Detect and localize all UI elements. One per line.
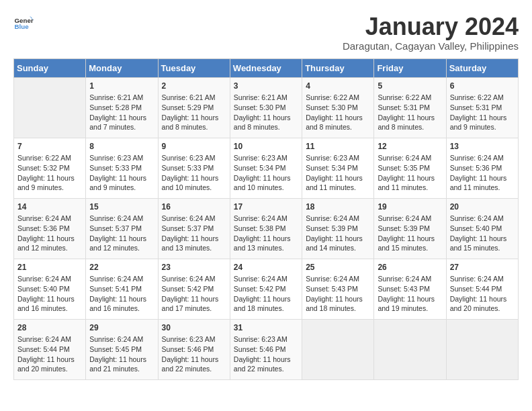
day-info: Daylight: 11 hours xyxy=(89,113,154,123)
day-number: 10 xyxy=(234,141,298,152)
day-info: Daylight: 11 hours xyxy=(234,294,298,304)
day-number: 6 xyxy=(450,81,515,92)
day-number: 9 xyxy=(162,141,226,152)
weekday-header-friday: Friday xyxy=(374,58,446,77)
weekday-header-saturday: Saturday xyxy=(446,58,518,77)
day-info: and 17 minutes. xyxy=(162,304,226,314)
day-info: Sunset: 5:36 PM xyxy=(450,163,515,173)
day-info: Sunrise: 6:24 AM xyxy=(17,214,82,224)
day-info: Sunset: 5:40 PM xyxy=(450,224,515,234)
day-info: Sunset: 5:41 PM xyxy=(89,284,154,294)
calendar-cell: 2Sunrise: 6:21 AMSunset: 5:29 PMDaylight… xyxy=(158,77,230,138)
day-info: Daylight: 11 hours xyxy=(89,355,154,365)
day-info: and 15 minutes. xyxy=(378,243,442,253)
day-number: 12 xyxy=(378,141,442,152)
day-info: and 8 minutes. xyxy=(378,122,442,132)
svg-text:Blue: Blue xyxy=(15,23,30,30)
day-number: 7 xyxy=(17,141,82,152)
calendar-week-row: 7Sunrise: 6:22 AMSunset: 5:32 PMDaylight… xyxy=(14,138,519,198)
calendar-cell: 8Sunrise: 6:23 AMSunset: 5:33 PMDaylight… xyxy=(86,138,158,198)
calendar-cell: 5Sunrise: 6:22 AMSunset: 5:31 PMDaylight… xyxy=(374,77,446,138)
day-info: Daylight: 11 hours xyxy=(378,113,442,123)
day-info: Daylight: 11 hours xyxy=(89,294,154,304)
day-info: and 18 minutes. xyxy=(306,304,370,314)
day-info: Sunrise: 6:22 AM xyxy=(306,93,370,103)
day-info: and 13 minutes. xyxy=(234,243,298,253)
day-number: 28 xyxy=(17,322,82,334)
calendar-cell: 30Sunrise: 6:23 AMSunset: 5:46 PMDayligh… xyxy=(158,319,230,379)
day-info: Sunset: 5:31 PM xyxy=(378,103,442,113)
calendar-week-row: 21Sunrise: 6:24 AMSunset: 5:40 PMDayligh… xyxy=(14,259,519,319)
calendar-cell: 26Sunrise: 6:24 AMSunset: 5:43 PMDayligh… xyxy=(374,259,446,319)
day-info: and 16 minutes. xyxy=(17,304,82,314)
calendar-cell: 15Sunrise: 6:24 AMSunset: 5:37 PMDayligh… xyxy=(86,198,158,259)
calendar-cell: 17Sunrise: 6:24 AMSunset: 5:38 PMDayligh… xyxy=(230,198,302,259)
day-info: and 7 minutes. xyxy=(89,122,154,132)
day-info: Sunset: 5:36 PM xyxy=(17,224,82,234)
day-info: Sunrise: 6:24 AM xyxy=(89,274,154,284)
calendar-cell xyxy=(446,319,518,379)
day-number: 23 xyxy=(162,262,226,273)
calendar-cell xyxy=(374,319,446,379)
day-info: Sunrise: 6:24 AM xyxy=(162,214,226,224)
calendar-cell: 11Sunrise: 6:23 AMSunset: 5:34 PMDayligh… xyxy=(302,138,374,198)
calendar-cell: 6Sunrise: 6:22 AMSunset: 5:31 PMDaylight… xyxy=(446,77,518,138)
calendar-cell: 27Sunrise: 6:24 AMSunset: 5:44 PMDayligh… xyxy=(446,259,518,319)
day-info: Sunset: 5:43 PM xyxy=(378,284,442,294)
day-info: Daylight: 11 hours xyxy=(450,173,515,183)
day-info: Sunrise: 6:21 AM xyxy=(162,93,226,103)
day-info: Sunrise: 6:24 AM xyxy=(234,214,298,224)
page-header: General Blue January 2024 Daragutan, Cag… xyxy=(13,13,519,52)
day-info: Sunrise: 6:24 AM xyxy=(450,153,515,163)
calendar-cell: 4Sunrise: 6:22 AMSunset: 5:30 PMDaylight… xyxy=(302,77,374,138)
calendar-cell: 24Sunrise: 6:24 AMSunset: 5:42 PMDayligh… xyxy=(230,259,302,319)
day-info: Sunset: 5:44 PM xyxy=(17,345,82,355)
day-info: Sunset: 5:34 PM xyxy=(306,163,370,173)
day-number: 19 xyxy=(378,201,442,213)
day-info: and 8 minutes. xyxy=(162,122,226,132)
day-info: and 16 minutes. xyxy=(89,304,154,314)
day-info: Sunrise: 6:24 AM xyxy=(306,214,370,224)
day-info: and 12 minutes. xyxy=(89,243,154,253)
day-info: Daylight: 11 hours xyxy=(89,234,154,244)
day-info: Sunrise: 6:24 AM xyxy=(450,214,515,224)
day-info: Sunrise: 6:22 AM xyxy=(378,93,442,103)
day-info: Sunset: 5:33 PM xyxy=(162,163,226,173)
day-info: Daylight: 11 hours xyxy=(17,173,82,183)
day-info: Sunset: 5:39 PM xyxy=(306,224,370,234)
calendar-cell: 3Sunrise: 6:21 AMSunset: 5:30 PMDaylight… xyxy=(230,77,302,138)
day-info: and 9 minutes. xyxy=(89,183,154,193)
day-number: 4 xyxy=(306,81,370,92)
day-number: 3 xyxy=(234,81,298,92)
day-info: Sunset: 5:44 PM xyxy=(450,284,515,294)
day-info: Sunrise: 6:24 AM xyxy=(17,334,82,345)
day-info: Daylight: 11 hours xyxy=(17,355,82,365)
day-info: Sunrise: 6:24 AM xyxy=(89,214,154,224)
day-number: 16 xyxy=(162,201,226,213)
calendar-cell: 22Sunrise: 6:24 AMSunset: 5:41 PMDayligh… xyxy=(86,259,158,319)
day-info: Sunrise: 6:23 AM xyxy=(234,334,298,345)
day-number: 14 xyxy=(17,201,82,213)
day-info: and 9 minutes. xyxy=(450,122,515,132)
calendar-cell: 13Sunrise: 6:24 AMSunset: 5:36 PMDayligh… xyxy=(446,138,518,198)
calendar-cell: 12Sunrise: 6:24 AMSunset: 5:35 PMDayligh… xyxy=(374,138,446,198)
day-info: and 22 minutes. xyxy=(162,364,226,374)
logo-icon: General Blue xyxy=(13,13,34,34)
day-info: Sunset: 5:32 PM xyxy=(17,163,82,173)
day-info: and 20 minutes. xyxy=(17,364,82,374)
day-info: Sunrise: 6:22 AM xyxy=(17,153,82,163)
day-info: Daylight: 11 hours xyxy=(234,173,298,183)
day-number: 17 xyxy=(234,201,298,213)
day-info: and 11 minutes. xyxy=(306,183,370,193)
day-info: and 10 minutes. xyxy=(234,183,298,193)
calendar-subtitle: Daragutan, Cagayan Valley, Philippines xyxy=(343,40,519,52)
day-info: Sunrise: 6:22 AM xyxy=(450,93,515,103)
day-info: Sunset: 5:45 PM xyxy=(89,345,154,355)
day-info: Daylight: 11 hours xyxy=(306,294,370,304)
day-info: and 9 minutes. xyxy=(17,183,82,193)
day-info: Daylight: 11 hours xyxy=(378,234,442,244)
day-info: Daylight: 11 hours xyxy=(450,113,515,123)
day-info: Sunrise: 6:24 AM xyxy=(378,274,442,284)
calendar-week-row: 14Sunrise: 6:24 AMSunset: 5:36 PMDayligh… xyxy=(14,198,519,259)
day-info: Sunset: 5:38 PM xyxy=(234,224,298,234)
